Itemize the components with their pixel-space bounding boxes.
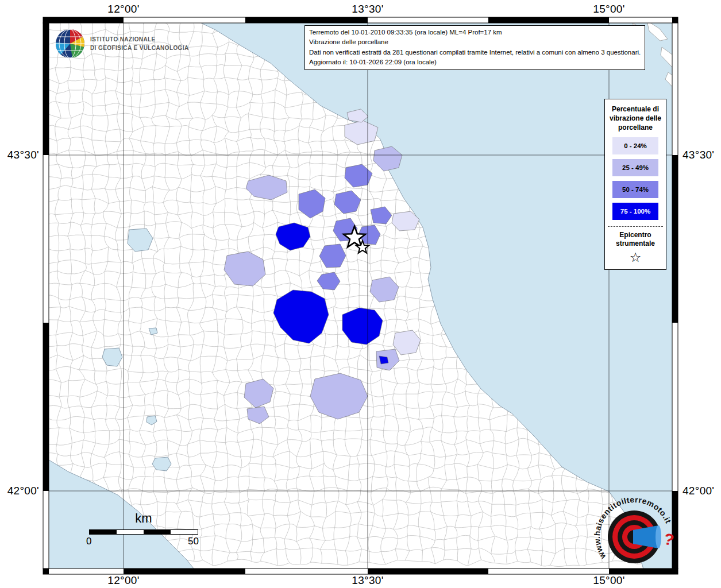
legend-swatch-75-100: 75 - 100% bbox=[612, 203, 658, 220]
ingv-globe-icon bbox=[55, 29, 85, 59]
axis-label-bottom-left: 12°00' bbox=[92, 574, 155, 587]
legend-box: Percentuale di vibrazione delle porcella… bbox=[604, 99, 666, 270]
ingv-name-line1: ISTITUTO NAZIONALE bbox=[90, 35, 189, 44]
ingv-name-line2: DI GEOFISICA E VULCANOLOGIA bbox=[90, 44, 189, 53]
axis-label-bottom-center: 13°30' bbox=[336, 574, 399, 587]
question-mark: ? bbox=[662, 530, 676, 550]
epicenter-star-icon: ☆ bbox=[607, 250, 664, 265]
scale-bar-end: 50 bbox=[188, 536, 199, 547]
scale-bar-start: 0 bbox=[86, 536, 91, 547]
event-info-line1: Terremoto del 10-01-2010 09:33:35 (ora l… bbox=[309, 28, 641, 37]
axis-label-left-upper: 43°30' bbox=[2, 149, 39, 161]
haisentitoilterremoto-logo: ? www.haisentitoilterremoto.it bbox=[584, 484, 687, 584]
scale-bar-unit: km bbox=[85, 511, 202, 526]
municipality-polygon bbox=[310, 373, 368, 419]
event-info-line4: Aggiornato il: 10-01-2026 22:09 (ora loc… bbox=[309, 57, 641, 67]
legend-swatch-0-24: 0 - 24% bbox=[612, 137, 658, 154]
legend-swatch-25-49: 25 - 49% bbox=[612, 159, 658, 176]
municipality-polygon bbox=[379, 356, 388, 364]
legend-title: Percentuale di vibrazione delle porcella… bbox=[607, 105, 664, 133]
ingv-logo: ISTITUTO NAZIONALE DI GEOFISICA E VULCAN… bbox=[55, 29, 189, 59]
legend-epicenter-label: Epicentro strumentale bbox=[607, 231, 664, 249]
scale-bar: km 0 50 bbox=[85, 511, 202, 547]
legend-swatch-50-74: 50 - 74% bbox=[612, 181, 658, 198]
axis-label-right-upper: 43°30' bbox=[683, 149, 721, 161]
legend-separator bbox=[608, 226, 663, 227]
axis-label-left-lower: 42°00' bbox=[2, 485, 39, 497]
event-info-line3: Dati non verificati estratti da 281 ques… bbox=[309, 48, 641, 57]
scale-bar-segments bbox=[89, 529, 198, 535]
event-info-box: Terremoto del 10-01-2010 09:33:35 (ora l… bbox=[304, 25, 645, 70]
event-info-line2: Vibrazione delle porcellane bbox=[309, 37, 641, 47]
axis-label-top-right: 15°00' bbox=[577, 3, 641, 16]
axis-label-right-lower: 42°00' bbox=[683, 485, 721, 497]
axis-label-top-left: 12°00' bbox=[92, 3, 155, 16]
axis-label-top-center: 13°30' bbox=[336, 3, 399, 16]
